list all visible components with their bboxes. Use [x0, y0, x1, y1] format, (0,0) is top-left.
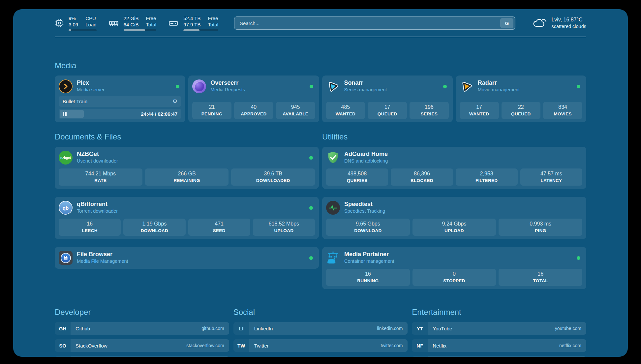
bookmark-abbr: SO	[55, 339, 71, 352]
speedtest-card[interactable]: Speedtest Speedtest Tracking 9.65 Gbps D…	[322, 197, 586, 239]
app-name: Sonarr	[344, 79, 387, 86]
plex-card[interactable]: Plex Media server Bullet Train ⚙ 24:4	[55, 76, 185, 122]
radarr-card[interactable]: Radarr Movie management 17 WANTED 22 QUE…	[456, 76, 586, 122]
stat-box: 196 SERIES	[410, 102, 449, 119]
bookmark-abbr: TW	[233, 339, 249, 352]
playback-progress: 24:44 / 02:06:47	[59, 109, 181, 119]
stat-value: 9.24 Gbps	[413, 221, 495, 227]
stat-label: UPLOAD	[254, 228, 314, 233]
filebrowser-card[interactable]: File Browser Media File Management	[55, 247, 319, 269]
qbittorrent-icon: qb	[59, 201, 73, 215]
app-name: NZBGet	[77, 151, 118, 158]
adguard-card[interactable]: AdGuard Home DNS and adblocking 498,508 …	[322, 147, 586, 189]
bookmark-abbr: RE	[412, 356, 428, 357]
stat-value: 0.993 ms	[500, 221, 581, 227]
cpu-icon	[55, 18, 64, 28]
cpu-widget: 9% 3.09 CPU Load	[55, 15, 97, 31]
app-name: AdGuard Home	[344, 151, 388, 158]
stat-label: QUERIES	[327, 178, 387, 183]
stat-label: PENDING	[193, 111, 230, 117]
header-divider	[55, 37, 586, 37]
sonarr-app-link[interactable]: Sonarr Series management	[326, 79, 449, 94]
filebrowser-app-link[interactable]: File Browser Media File Management	[59, 250, 315, 265]
utilities-section: Utilities	[322, 132, 586, 289]
stat-label: DOWNLOADED	[232, 178, 314, 183]
overseerr-app-link[interactable]: Overseerr Media Requests	[192, 79, 315, 94]
nzbget-icon: nzbget	[59, 151, 73, 165]
stat-box: 21 PENDING	[192, 102, 231, 119]
bookmark-url: twitter.com	[381, 343, 403, 348]
bookmark-row-stackoverflow[interactable]: SO StackOverflow stackoverflow.com	[55, 339, 229, 352]
stat-value: 196	[411, 104, 448, 110]
memory-values: 22 GiB 64 GiB	[124, 15, 139, 28]
stat-box: 9.65 Gbps DOWNLOAD	[326, 219, 410, 236]
search-provider-button[interactable]: G	[500, 18, 513, 28]
radarr-app-link[interactable]: Radarr Movie management	[460, 79, 582, 94]
stat-box: 485 WANTED	[326, 102, 365, 119]
status-dot	[176, 85, 179, 88]
bookmark-row-linkedin[interactable]: LI LinkedIn linkedin.com	[233, 322, 408, 335]
bookmark-row-netflix[interactable]: NF Netflix netflix.com	[412, 339, 586, 352]
stat-label: LATENCY	[521, 178, 581, 183]
app-name: qBittorrent	[77, 201, 118, 208]
stat-label: STOPPED	[413, 278, 495, 284]
bookmark-abbr: NF	[412, 339, 428, 352]
app-name: File Browser	[77, 251, 128, 258]
portainer-app-link[interactable]: Media Portainer Container management	[326, 250, 582, 265]
app-desc: Movie management	[478, 86, 520, 93]
bookmark-row-twitter[interactable]: TW Twitter twitter.com	[233, 339, 408, 352]
filebrowser-icon	[59, 251, 73, 265]
now-playing-title: Bullet Train	[63, 99, 87, 104]
disk-icon	[168, 18, 179, 28]
qbittorrent-app-link[interactable]: qb qBittorrent Torrent downloader	[59, 200, 315, 215]
bookmark-row-youtube[interactable]: YT YouTube youtube.com	[412, 322, 586, 335]
search-bar[interactable]: G	[234, 16, 515, 30]
memory-widget: 22 GiB 64 GiB Free Total	[108, 15, 157, 31]
stat-value: 16	[327, 271, 409, 277]
stat-value: 498,508	[327, 170, 387, 177]
stat-value: 47.57 ms	[521, 170, 581, 177]
bookmark-row-github[interactable]: GH Github github.com	[55, 322, 229, 335]
stat-label: RUNNING	[327, 278, 409, 284]
stat-box: 1.19 Gbps DOWNLOAD	[123, 219, 185, 236]
speedtest-app-link[interactable]: Speedtest Speedtest Tracking	[326, 200, 582, 215]
dashboard-screen: 9% 3.09 CPU Load	[0, 0, 641, 364]
stat-box: 17 QUEUED	[368, 102, 407, 119]
stat-value: 945	[277, 104, 314, 110]
bookmark-row-reddit[interactable]: RE Reddit reddit.com	[412, 356, 586, 357]
sonarr-card[interactable]: Sonarr Series management 485 WANTED 17 Q…	[322, 76, 453, 122]
stat-label: DOWNLOAD	[327, 228, 409, 233]
disk-usage-bar	[183, 29, 218, 31]
bookmark-abbr: GH	[55, 322, 71, 335]
stat-value: 16	[500, 271, 581, 277]
bookmark-label: YouTube	[433, 326, 452, 331]
stat-box: 39.6 TB DOWNLOADED	[231, 168, 315, 186]
stat-box: 22 QUEUED	[502, 102, 541, 119]
stat-box: 86,396 BLOCKED	[391, 168, 453, 186]
stat-label: UPLOAD	[413, 228, 495, 233]
qbittorrent-card[interactable]: qb qBittorrent Torrent downloader 16 LEE…	[55, 197, 319, 239]
media-section-title: Media	[55, 61, 586, 70]
adguard-app-link[interactable]: AdGuard Home DNS and adblocking	[326, 150, 582, 165]
app-desc: Speedtest Tracking	[344, 208, 385, 215]
developer-section-title: Developer	[55, 308, 229, 317]
nzbget-card[interactable]: nzbget NZBGet Usenet downloader 744.21 M…	[55, 147, 319, 189]
social-section-title: Social	[233, 308, 408, 317]
portainer-card[interactable]: Media Portainer Container management 16 …	[322, 247, 586, 289]
stat-value: 834	[544, 104, 581, 110]
app-name: Plex	[77, 79, 105, 86]
nzbget-app-link[interactable]: nzbget NZBGet Usenet downloader	[59, 150, 315, 165]
stat-label: TOTAL	[500, 278, 581, 284]
plex-app-link[interactable]: Plex Media server	[59, 79, 181, 94]
stat-label: REMAINING	[146, 178, 228, 183]
status-dot	[577, 256, 580, 260]
memory-labels: Free Total	[146, 15, 156, 28]
stat-label: LEECH	[60, 228, 120, 233]
bookmark-row-dev[interactable]: DT DEV dev.to	[55, 356, 229, 357]
stat-box: 618.52 Mbps UPLOAD	[253, 219, 315, 236]
stat-label: WANTED	[327, 111, 364, 117]
overseerr-card[interactable]: Overseerr Media Requests 21 PENDING 40 A…	[188, 76, 319, 122]
stat-box: 40 APPROVED	[234, 102, 273, 119]
pause-button[interactable]	[63, 112, 67, 116]
search-input[interactable]	[240, 20, 500, 26]
